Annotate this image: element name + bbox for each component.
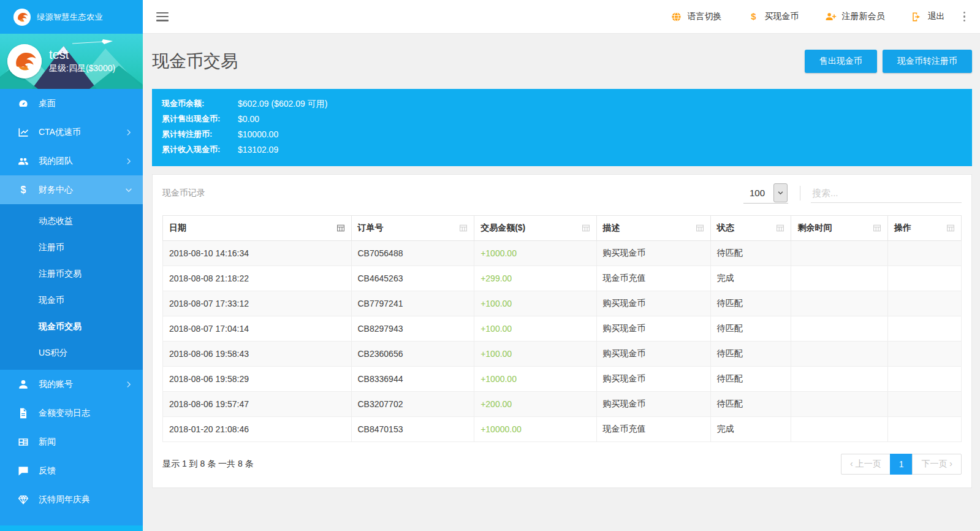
- cell-action: [888, 342, 962, 367]
- table-grid-icon: [696, 224, 704, 232]
- sidebar-item-label: 我的团队: [39, 156, 73, 167]
- page-title: 现金币交易: [152, 50, 238, 73]
- chart-icon: [17, 126, 29, 139]
- topbar: 语言切换$买现金币注册新会员退出: [143, 0, 980, 34]
- pagination-next-button[interactable]: 下一页 ›: [912, 454, 962, 475]
- sidebar-item-label: 新闻: [39, 437, 56, 448]
- user-level: 星级:四星($3000): [49, 62, 115, 74]
- summary-value: $602.09 ($602.09 可用): [229, 99, 327, 109]
- pagination-prev-button[interactable]: ‹ 上一页: [841, 454, 891, 475]
- sidebar-item-us-points[interactable]: US积分: [0, 340, 143, 366]
- records-title: 现金币记录: [162, 188, 743, 199]
- cell-date: 2018-08-06 19:58:29: [163, 367, 352, 392]
- pagination: ‹ 上一页 1 下一页 ›: [841, 454, 962, 475]
- sidebar-item-cta-coin[interactable]: CTA优速币: [0, 118, 143, 147]
- sidebar-item-feedback[interactable]: 反馈: [0, 456, 143, 485]
- kebab-menu-icon[interactable]: [961, 9, 968, 25]
- sidebar: 绿源智慧生态农业: [0, 0, 143, 531]
- cell-desc: 购买现金币: [596, 316, 710, 342]
- cell-desc: 现金币充值: [596, 417, 710, 442]
- topbar-item-register-member[interactable]: 注册新会员: [825, 11, 885, 23]
- cell-amount: +1000.00: [474, 367, 596, 392]
- topbar-item-buy-cash-coin[interactable]: $买现金币: [748, 11, 799, 23]
- submenu-finance-center: 动态收益注册币注册币交易现金币现金币交易US积分: [0, 204, 143, 370]
- column-header-date[interactable]: 日期: [163, 216, 352, 241]
- search-input[interactable]: [811, 184, 962, 203]
- summary-row: 累计收入现金币:$13102.09: [162, 145, 962, 155]
- comment-icon: [17, 465, 29, 477]
- sidebar-item-label: 沃特周年庆典: [39, 494, 90, 505]
- divider: [800, 186, 800, 201]
- cell-amount: +299.00: [474, 266, 596, 291]
- sidebar-item-anniversary[interactable]: 沃特周年庆典: [0, 485, 143, 514]
- avatar[interactable]: [7, 44, 42, 78]
- cell-amount: +200.00: [474, 392, 596, 417]
- file-icon: [17, 407, 29, 419]
- cell-date: 2018-08-06 19:58:43: [163, 342, 352, 367]
- pagination-page-1-button[interactable]: 1: [890, 454, 913, 475]
- hamburger-menu-icon[interactable]: [156, 12, 169, 21]
- cell-order-no: CB7797241: [351, 291, 474, 316]
- column-header-desc[interactable]: 描述: [596, 216, 710, 241]
- brand-logo-icon: [13, 9, 31, 26]
- cell-desc: 购买现金币: [596, 392, 710, 417]
- news-icon: [17, 436, 29, 448]
- user-name: test: [49, 47, 115, 62]
- column-header-order-no[interactable]: 订单号: [351, 216, 474, 241]
- page-size-select[interactable]: 100: [743, 183, 788, 204]
- cell-date: 2018-08-07 17:04:14: [163, 316, 352, 342]
- cell-desc: 现金币充值: [596, 266, 710, 291]
- topbar-item-logout[interactable]: 退出: [911, 11, 945, 23]
- column-header-action[interactable]: 操作: [888, 216, 962, 241]
- cell-remaining: [791, 342, 888, 367]
- sidebar-item-cash-coin[interactable]: 现金币: [0, 287, 143, 313]
- sidebar-item-my-team[interactable]: 我的团队: [0, 147, 143, 175]
- cash-to-register-coin-button[interactable]: 现金币转注册币: [883, 50, 972, 73]
- sidebar-item-my-account[interactable]: 我的账号: [0, 370, 143, 399]
- column-header-status[interactable]: 状态: [710, 216, 791, 241]
- user-meta: test 星级:四星($3000): [49, 47, 115, 74]
- cell-remaining: [791, 392, 888, 417]
- sidebar-item-register-coin[interactable]: 注册币: [0, 234, 143, 261]
- svg-text:$: $: [751, 11, 756, 21]
- chevron-right-icon: [124, 128, 133, 137]
- sidebar-item-news[interactable]: 新闻: [0, 427, 143, 456]
- team-icon: [17, 155, 29, 167]
- globe-icon: [670, 11, 682, 23]
- summary-row: 现金币余额:$602.09 ($602.09 可用): [162, 99, 962, 109]
- content-header: 现金币交易 售出现金币 现金币转注册币: [143, 34, 980, 89]
- sidebar-item-amount-log[interactable]: 金额变动日志: [0, 399, 143, 427]
- sell-cash-coin-button[interactable]: 售出现金币: [805, 50, 877, 73]
- cell-desc: 购买现金币: [596, 342, 710, 367]
- cell-status: 完成: [710, 417, 791, 442]
- summary-value: $13102.09: [229, 145, 278, 155]
- cell-amount: +1000.00: [474, 241, 596, 266]
- logout-icon: [911, 11, 922, 23]
- gem-icon: [17, 494, 29, 506]
- cell-status: 待匹配: [710, 291, 791, 316]
- sidebar-item-finance-center[interactable]: $财务中心: [0, 175, 143, 204]
- cell-order-no: CB8297943: [351, 316, 474, 342]
- dashboard-icon: [17, 97, 29, 110]
- sidebar-item-register-coin-trade[interactable]: 注册币交易: [0, 261, 143, 287]
- dollar-icon: $: [748, 11, 759, 23]
- column-label: 操作: [894, 223, 946, 234]
- cell-action: [888, 266, 962, 291]
- sidebar-item-dynamic-income[interactable]: 动态收益: [0, 208, 143, 234]
- app-window: 绿源智慧生态农业: [0, 0, 980, 531]
- table-row: 2018-08-06 19:57:47CB3207702+200.00购买现金币…: [163, 392, 962, 417]
- topbar-item-label: 退出: [928, 11, 945, 22]
- topbar-item-label: 注册新会员: [842, 11, 885, 22]
- column-header-remaining[interactable]: 剩余时间: [791, 216, 888, 241]
- cell-date: 2018-08-06 19:57:47: [163, 392, 352, 417]
- header-actions: 售出现金币 现金币转注册币: [805, 50, 972, 73]
- sidebar-item-desktop[interactable]: 桌面: [0, 89, 143, 118]
- sidebar-item-cash-coin-trade[interactable]: 现金币交易: [0, 313, 143, 340]
- cell-amount: +10000.00: [474, 417, 596, 442]
- table-row: 2018-08-07 17:33:12CB7797241+100.00购买现金币…: [163, 291, 962, 316]
- column-header-amount[interactable]: 交易金额($): [474, 216, 596, 241]
- table-row: 2018-08-10 14:16:34CB7056488+1000.00购买现金…: [163, 241, 962, 266]
- topbar-item-label: 买现金币: [765, 11, 799, 22]
- cell-order-no: CB7056488: [351, 241, 474, 266]
- topbar-item-language-switch[interactable]: 语言切换: [670, 11, 722, 23]
